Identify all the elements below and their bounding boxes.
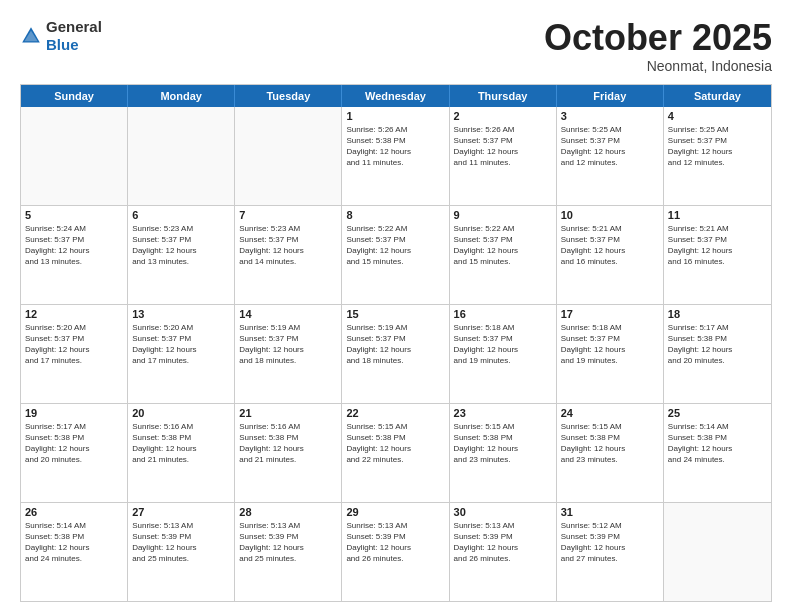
day-info: Sunrise: 5:16 AM Sunset: 5:38 PM Dayligh… — [132, 421, 230, 466]
cal-header-wednesday: Wednesday — [342, 85, 449, 107]
cal-cell-w1-d4: 1Sunrise: 5:26 AM Sunset: 5:38 PM Daylig… — [342, 107, 449, 205]
cal-cell-w3-d6: 17Sunrise: 5:18 AM Sunset: 5:37 PM Dayli… — [557, 305, 664, 403]
cal-cell-w2-d4: 8Sunrise: 5:22 AM Sunset: 5:37 PM Daylig… — [342, 206, 449, 304]
day-number: 19 — [25, 407, 123, 419]
day-info: Sunrise: 5:23 AM Sunset: 5:37 PM Dayligh… — [132, 223, 230, 268]
cal-cell-w4-d4: 22Sunrise: 5:15 AM Sunset: 5:38 PM Dayli… — [342, 404, 449, 502]
cal-cell-w3-d3: 14Sunrise: 5:19 AM Sunset: 5:37 PM Dayli… — [235, 305, 342, 403]
day-info: Sunrise: 5:19 AM Sunset: 5:37 PM Dayligh… — [346, 322, 444, 367]
cal-cell-w2-d7: 11Sunrise: 5:21 AM Sunset: 5:37 PM Dayli… — [664, 206, 771, 304]
day-number: 16 — [454, 308, 552, 320]
day-info: Sunrise: 5:15 AM Sunset: 5:38 PM Dayligh… — [561, 421, 659, 466]
cal-cell-w5-d7 — [664, 503, 771, 601]
day-info: Sunrise: 5:13 AM Sunset: 5:39 PM Dayligh… — [132, 520, 230, 565]
cal-header-sunday: Sunday — [21, 85, 128, 107]
cal-cell-w4-d5: 23Sunrise: 5:15 AM Sunset: 5:38 PM Dayli… — [450, 404, 557, 502]
month-title: October 2025 — [544, 18, 772, 58]
day-info: Sunrise: 5:12 AM Sunset: 5:39 PM Dayligh… — [561, 520, 659, 565]
day-number: 2 — [454, 110, 552, 122]
cal-cell-w1-d6: 3Sunrise: 5:25 AM Sunset: 5:37 PM Daylig… — [557, 107, 664, 205]
cal-cell-w5-d3: 28Sunrise: 5:13 AM Sunset: 5:39 PM Dayli… — [235, 503, 342, 601]
cal-week-3: 12Sunrise: 5:20 AM Sunset: 5:37 PM Dayli… — [21, 305, 771, 404]
calendar-body: 1Sunrise: 5:26 AM Sunset: 5:38 PM Daylig… — [21, 107, 771, 601]
logo: General Blue — [20, 18, 102, 54]
day-info: Sunrise: 5:18 AM Sunset: 5:37 PM Dayligh… — [561, 322, 659, 367]
cal-cell-w4-d7: 25Sunrise: 5:14 AM Sunset: 5:38 PM Dayli… — [664, 404, 771, 502]
day-info: Sunrise: 5:26 AM Sunset: 5:37 PM Dayligh… — [454, 124, 552, 169]
day-number: 12 — [25, 308, 123, 320]
cal-header-monday: Monday — [128, 85, 235, 107]
day-info: Sunrise: 5:26 AM Sunset: 5:38 PM Dayligh… — [346, 124, 444, 169]
cal-cell-w1-d2 — [128, 107, 235, 205]
cal-cell-w3-d2: 13Sunrise: 5:20 AM Sunset: 5:37 PM Dayli… — [128, 305, 235, 403]
logo-icon — [20, 25, 42, 47]
day-number: 24 — [561, 407, 659, 419]
day-number: 29 — [346, 506, 444, 518]
cal-week-2: 5Sunrise: 5:24 AM Sunset: 5:37 PM Daylig… — [21, 206, 771, 305]
day-info: Sunrise: 5:21 AM Sunset: 5:37 PM Dayligh… — [668, 223, 767, 268]
day-info: Sunrise: 5:15 AM Sunset: 5:38 PM Dayligh… — [346, 421, 444, 466]
day-number: 30 — [454, 506, 552, 518]
cal-cell-w2-d5: 9Sunrise: 5:22 AM Sunset: 5:37 PM Daylig… — [450, 206, 557, 304]
day-number: 21 — [239, 407, 337, 419]
day-info: Sunrise: 5:25 AM Sunset: 5:37 PM Dayligh… — [668, 124, 767, 169]
cal-cell-w1-d1 — [21, 107, 128, 205]
cal-cell-w3-d4: 15Sunrise: 5:19 AM Sunset: 5:37 PM Dayli… — [342, 305, 449, 403]
cal-cell-w2-d6: 10Sunrise: 5:21 AM Sunset: 5:37 PM Dayli… — [557, 206, 664, 304]
day-number: 22 — [346, 407, 444, 419]
cal-cell-w5-d1: 26Sunrise: 5:14 AM Sunset: 5:38 PM Dayli… — [21, 503, 128, 601]
day-number: 13 — [132, 308, 230, 320]
day-number: 15 — [346, 308, 444, 320]
calendar-header-row: SundayMondayTuesdayWednesdayThursdayFrid… — [21, 85, 771, 107]
day-info: Sunrise: 5:13 AM Sunset: 5:39 PM Dayligh… — [454, 520, 552, 565]
cal-cell-w4-d1: 19Sunrise: 5:17 AM Sunset: 5:38 PM Dayli… — [21, 404, 128, 502]
day-info: Sunrise: 5:18 AM Sunset: 5:37 PM Dayligh… — [454, 322, 552, 367]
day-info: Sunrise: 5:17 AM Sunset: 5:38 PM Dayligh… — [25, 421, 123, 466]
day-number: 5 — [25, 209, 123, 221]
day-number: 3 — [561, 110, 659, 122]
day-number: 27 — [132, 506, 230, 518]
cal-cell-w3-d7: 18Sunrise: 5:17 AM Sunset: 5:38 PM Dayli… — [664, 305, 771, 403]
title-block: October 2025 Neonmat, Indonesia — [544, 18, 772, 74]
day-number: 11 — [668, 209, 767, 221]
cal-header-friday: Friday — [557, 85, 664, 107]
cal-header-tuesday: Tuesday — [235, 85, 342, 107]
cal-cell-w5-d6: 31Sunrise: 5:12 AM Sunset: 5:39 PM Dayli… — [557, 503, 664, 601]
day-number: 1 — [346, 110, 444, 122]
calendar: SundayMondayTuesdayWednesdayThursdayFrid… — [20, 84, 772, 602]
day-number: 25 — [668, 407, 767, 419]
day-number: 10 — [561, 209, 659, 221]
day-number: 4 — [668, 110, 767, 122]
day-info: Sunrise: 5:20 AM Sunset: 5:37 PM Dayligh… — [132, 322, 230, 367]
day-info: Sunrise: 5:22 AM Sunset: 5:37 PM Dayligh… — [346, 223, 444, 268]
day-info: Sunrise: 5:22 AM Sunset: 5:37 PM Dayligh… — [454, 223, 552, 268]
cal-week-4: 19Sunrise: 5:17 AM Sunset: 5:38 PM Dayli… — [21, 404, 771, 503]
day-number: 18 — [668, 308, 767, 320]
cal-week-5: 26Sunrise: 5:14 AM Sunset: 5:38 PM Dayli… — [21, 503, 771, 601]
cal-cell-w3-d5: 16Sunrise: 5:18 AM Sunset: 5:37 PM Dayli… — [450, 305, 557, 403]
day-info: Sunrise: 5:15 AM Sunset: 5:38 PM Dayligh… — [454, 421, 552, 466]
cal-cell-w5-d5: 30Sunrise: 5:13 AM Sunset: 5:39 PM Dayli… — [450, 503, 557, 601]
day-number: 14 — [239, 308, 337, 320]
day-info: Sunrise: 5:23 AM Sunset: 5:37 PM Dayligh… — [239, 223, 337, 268]
day-info: Sunrise: 5:14 AM Sunset: 5:38 PM Dayligh… — [25, 520, 123, 565]
header: General Blue October 2025 Neonmat, Indon… — [20, 18, 772, 74]
location-subtitle: Neonmat, Indonesia — [544, 58, 772, 74]
day-info: Sunrise: 5:19 AM Sunset: 5:37 PM Dayligh… — [239, 322, 337, 367]
day-info: Sunrise: 5:21 AM Sunset: 5:37 PM Dayligh… — [561, 223, 659, 268]
cal-cell-w4-d3: 21Sunrise: 5:16 AM Sunset: 5:38 PM Dayli… — [235, 404, 342, 502]
cal-header-thursday: Thursday — [450, 85, 557, 107]
cal-cell-w1-d7: 4Sunrise: 5:25 AM Sunset: 5:37 PM Daylig… — [664, 107, 771, 205]
day-info: Sunrise: 5:16 AM Sunset: 5:38 PM Dayligh… — [239, 421, 337, 466]
cal-cell-w4-d2: 20Sunrise: 5:16 AM Sunset: 5:38 PM Dayli… — [128, 404, 235, 502]
day-number: 8 — [346, 209, 444, 221]
cal-cell-w2-d2: 6Sunrise: 5:23 AM Sunset: 5:37 PM Daylig… — [128, 206, 235, 304]
day-info: Sunrise: 5:20 AM Sunset: 5:37 PM Dayligh… — [25, 322, 123, 367]
cal-cell-w4-d6: 24Sunrise: 5:15 AM Sunset: 5:38 PM Dayli… — [557, 404, 664, 502]
page: General Blue October 2025 Neonmat, Indon… — [0, 0, 792, 612]
day-number: 26 — [25, 506, 123, 518]
cal-cell-w1-d3 — [235, 107, 342, 205]
day-info: Sunrise: 5:24 AM Sunset: 5:37 PM Dayligh… — [25, 223, 123, 268]
day-info: Sunrise: 5:13 AM Sunset: 5:39 PM Dayligh… — [346, 520, 444, 565]
logo-general-text: General — [46, 18, 102, 35]
